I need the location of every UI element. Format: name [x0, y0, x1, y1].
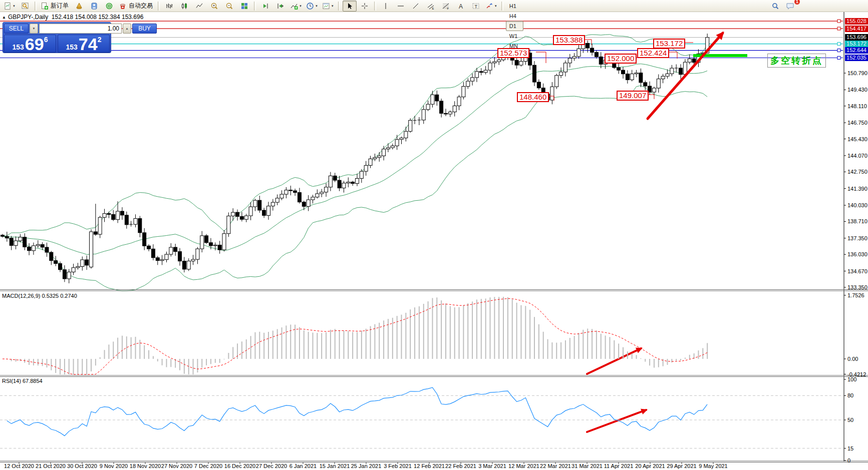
svg-text:A: A — [459, 3, 463, 10]
tf-button-H4[interactable]: H4 — [506, 11, 523, 21]
search-icon — [771, 2, 779, 10]
buy-button[interactable]: BUY — [132, 24, 157, 34]
auto-trading-button[interactable]: 自动交易 — [117, 1, 155, 12]
toolbar-separator — [254, 2, 256, 11]
chevron-down-icon: ▼ — [13, 5, 16, 8]
price-tick-label: 142.750 — [847, 169, 867, 175]
tf-button-H1[interactable]: H1 — [506, 1, 523, 11]
sell-price-prefix: 153 — [13, 43, 24, 52]
history-center-button[interactable] — [72, 1, 86, 12]
fibonacci-tool[interactable]: F — [439, 1, 453, 12]
date-label: 18 Nov 2020 — [130, 463, 161, 469]
price-level-label: 152.644 — [845, 47, 868, 54]
price-tick-label: 140.030 — [847, 202, 867, 208]
chevron-down-icon: ▼ — [315, 5, 318, 8]
window-magnifier-icon — [21, 2, 29, 10]
text-label-tool[interactable]: T — [469, 1, 483, 12]
notifications-button[interactable]: 1 — [783, 1, 797, 12]
date-label: 27 Dec 2020 — [256, 463, 287, 469]
collapse-arrow-icon[interactable]: ▲ — [2, 15, 6, 20]
price-annotation-tag[interactable]: 149.007 — [617, 91, 649, 101]
data-window-button[interactable] — [18, 1, 32, 12]
periods-button[interactable]: ▼ — [305, 1, 320, 12]
rsi-tick-label: 100 — [847, 376, 856, 382]
trend-arrows — [587, 33, 723, 432]
auto-scroll-button[interactable] — [258, 1, 272, 12]
buy-price-big: 74 — [79, 37, 98, 52]
candlestick-chart-button[interactable] — [177, 1, 191, 12]
candlestick-icon — [180, 2, 188, 10]
profile-button[interactable]: ▼ — [2, 1, 17, 12]
price-level-label: 153.172 — [845, 41, 868, 47]
trendline-tool[interactable] — [409, 1, 423, 12]
line-chart-button[interactable] — [192, 1, 206, 12]
tf-button-D1[interactable]: D1 — [506, 21, 523, 31]
timeframe-toolbar: M1M5M15M30H1H4D1W1MN — [505, 0, 524, 51]
search-button[interactable] — [768, 1, 782, 12]
volume-decrease-button[interactable]: ▼ — [30, 24, 38, 34]
chat-bubble-icon — [786, 2, 795, 10]
price-annotation-tag[interactable]: 153.388 — [553, 35, 585, 45]
sell-button[interactable]: SELL — [4, 24, 29, 34]
ohlc-values: 152.418 154.008 152.384 153.696 — [52, 14, 144, 21]
macd-tick-label: 0.00 — [847, 356, 858, 362]
templates-button[interactable]: ▼ — [321, 1, 336, 12]
date-label: 21 Oct 2020 — [36, 463, 66, 469]
new-order-button[interactable]: 新订单 — [39, 1, 71, 12]
toolbar: ▼ 新订单 自动交易 — [0, 0, 868, 12]
bollinger-bands — [3, 35, 707, 291]
bar-chart-button[interactable] — [162, 1, 176, 12]
zoom-out-icon — [225, 2, 233, 10]
buy-price-sup: 2 — [98, 36, 102, 43]
chart-area[interactable]: ▲GBPJPY-,Daily 152.418 154.008 152.384 1… — [0, 12, 868, 470]
price-annotation-tag[interactable]: 153.172 — [653, 39, 685, 49]
cursor-icon — [346, 2, 354, 10]
vertical-line-icon — [382, 2, 390, 10]
tf-button-W1[interactable]: W1 — [506, 31, 523, 41]
buy-price-button[interactable]: 153 74 2 — [58, 35, 110, 53]
sell-price-button[interactable]: 153 69 6 — [4, 35, 56, 53]
price-annotation-tag[interactable]: 148.460 — [517, 92, 549, 102]
volume-increase-button[interactable]: ▲ — [123, 24, 131, 34]
zoom-in-button[interactable] — [207, 1, 221, 12]
market-button[interactable] — [102, 1, 116, 12]
rsi-tick-label: 15 — [847, 445, 853, 451]
chart-shift-button[interactable] — [273, 1, 287, 12]
chart-canvas — [0, 12, 868, 470]
tile-windows-button[interactable] — [237, 1, 251, 12]
tf-button-MN[interactable]: MN — [506, 41, 523, 51]
volume-input[interactable] — [39, 24, 122, 34]
tile-windows-icon — [240, 2, 248, 10]
sell-price-sup: 6 — [44, 36, 48, 43]
crosshair-tool-button[interactable] — [358, 1, 372, 12]
price-tick-label: 133.350 — [847, 284, 867, 290]
macd-tick-label: 1.7526 — [847, 292, 864, 298]
symbol-period-label: GBPJPY-,Daily — [8, 14, 48, 21]
toolbar-separator — [158, 2, 160, 11]
date-label: 29 Apr 2021 — [667, 463, 696, 469]
metaeditor-button[interactable] — [87, 1, 101, 12]
bar-chart-icon — [165, 2, 173, 10]
indicators-add-icon — [290, 2, 298, 10]
channel-tool[interactable]: E — [424, 1, 438, 12]
price-tick-label: 148.110 — [847, 103, 867, 109]
price-level-label: 152.035 — [845, 55, 868, 61]
arrows-tool[interactable]: ▼ — [484, 1, 499, 12]
price-tick-label: 145.430 — [847, 136, 867, 142]
horizontal-line-tool[interactable] — [394, 1, 408, 12]
price-annotation-tag[interactable]: 152.000 — [605, 54, 637, 64]
toolbar-right-group: 1 — [768, 1, 798, 12]
rsi-tick-label: 50 — [847, 417, 853, 423]
cursor-tool-button[interactable] — [343, 1, 357, 12]
one-click-trading-panel: SELL ▼ ▲ BUY 153 69 6 153 74 2 — [3, 22, 111, 53]
new-order-icon — [41, 2, 49, 10]
zoom-out-button[interactable] — [222, 1, 236, 12]
text-tool[interactable]: A — [454, 1, 468, 12]
date-label: 22 Feb 2021 — [445, 463, 476, 469]
cn-note-label[interactable]: 多空转折点 — [767, 54, 826, 68]
trendline-icon — [412, 2, 420, 10]
indicators-button[interactable]: ▼ — [288, 1, 304, 12]
toolbar-separator — [374, 2, 376, 11]
price-annotation-tag[interactable]: 152.424 — [637, 48, 669, 58]
vertical-line-tool[interactable] — [379, 1, 393, 12]
